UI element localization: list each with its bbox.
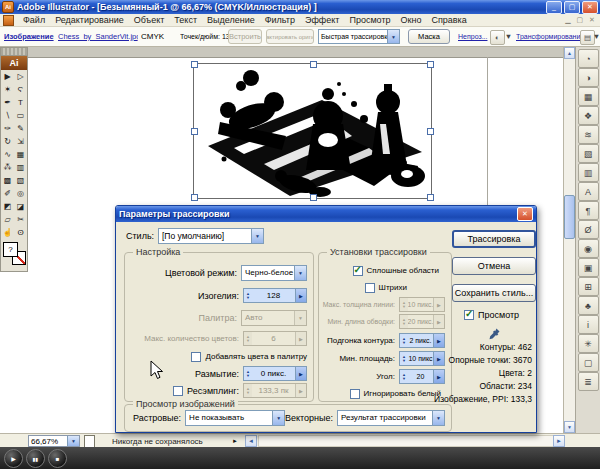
selection-handle[interactable] xyxy=(427,128,434,135)
ignore-white-checkbox[interactable] xyxy=(350,389,360,399)
magic-wand-tool[interactable]: ✶ xyxy=(1,83,14,96)
pen-tool[interactable]: ✒ xyxy=(1,96,14,109)
symbol-sprayer-tool[interactable]: ⁂ xyxy=(1,161,14,174)
trace-preset-combo[interactable]: Быстрая трассировка ▼ xyxy=(318,29,400,44)
slider-arrow-icon[interactable]: ▶ xyxy=(295,289,306,302)
trace-button[interactable]: Трассировка xyxy=(452,230,536,248)
direct-selection-tool[interactable]: ▷ xyxy=(14,70,27,83)
symbols-panel-icon[interactable]: ♣ xyxy=(578,296,599,315)
scroll-left-icon[interactable]: ◄ xyxy=(245,435,257,447)
swatches-panel-icon[interactable]: ▦ xyxy=(578,87,599,106)
menu-item[interactable]: Просмотр xyxy=(344,15,395,25)
free-transform-tool[interactable]: ▦ xyxy=(14,148,27,161)
warp-tool[interactable]: ∿ xyxy=(1,148,14,161)
stop-button[interactable]: ■ xyxy=(48,449,67,468)
opacity-icon[interactable]: ◐ xyxy=(490,30,505,45)
object-type-label[interactable]: Изображение xyxy=(4,27,56,46)
chevron-down-icon[interactable]: ▼ xyxy=(593,27,600,46)
type-tool[interactable]: T xyxy=(14,96,27,109)
strokes-checkbox[interactable] xyxy=(365,283,375,293)
vector-view-combo[interactable]: Результат трассировки ▼ xyxy=(337,410,445,426)
opacity-link[interactable]: Непроз... xyxy=(458,27,488,46)
rectangle-tool[interactable]: ▭ xyxy=(14,109,27,122)
zoom-level-combo[interactable]: 66,67% ▼ xyxy=(28,435,80,447)
gradient-tool[interactable]: ▧ xyxy=(14,174,27,187)
menu-item[interactable]: Текст xyxy=(169,15,202,25)
menu-item[interactable]: Справка xyxy=(426,15,471,25)
vertical-scrollbar[interactable]: ▲ ▼ xyxy=(563,47,575,433)
raster-view-combo[interactable]: Не показывать ▼ xyxy=(185,410,285,426)
selection-handle[interactable] xyxy=(427,61,434,68)
paintbrush-tool[interactable]: ✑ xyxy=(1,122,14,135)
paragraph-panel-icon[interactable]: ¶ xyxy=(578,201,599,220)
live-paint-bucket-tool[interactable]: ◩ xyxy=(1,200,14,213)
menu-item[interactable]: Окно xyxy=(396,15,427,25)
chevron-down-icon[interactable]: ▼ xyxy=(387,30,399,43)
color-panel-icon[interactable]: ◑ xyxy=(578,68,599,87)
chevron-down-icon[interactable]: ▼ xyxy=(272,411,284,425)
line-tool[interactable]: ∖ xyxy=(1,109,14,122)
stroke-panel-icon[interactable]: ≋ xyxy=(578,125,599,144)
resample-checkbox[interactable] xyxy=(173,386,183,396)
scrollbar-thumb[interactable] xyxy=(564,195,575,239)
selection-handle[interactable] xyxy=(427,194,434,201)
selection-handle[interactable] xyxy=(191,61,198,68)
transparency-panel-icon[interactable]: ▥ xyxy=(578,163,599,182)
threshold-spinner[interactable]: ▲▼ 128 ▶ xyxy=(243,288,307,303)
fill-swatch[interactable]: ? xyxy=(3,242,18,257)
hand-tool[interactable]: ☝ xyxy=(1,226,14,239)
chevron-down-icon[interactable]: ▼ xyxy=(504,27,513,46)
filename-link[interactable]: Chess_by_SanderVit.jpg xyxy=(58,27,138,46)
artboard-panel-icon[interactable]: ▢ xyxy=(578,353,599,372)
mask-button[interactable]: Маска xyxy=(408,29,450,44)
close-button[interactable]: ✕ xyxy=(582,1,598,14)
document-window-buttons[interactable]: ▁ ▢ ✕ xyxy=(565,16,597,24)
menu-item[interactable]: Объект xyxy=(129,15,170,25)
horizontal-scrollbar[interactable] xyxy=(258,435,554,447)
save-preset-button[interactable]: Сохранить стиль... xyxy=(452,284,536,302)
appearance-panel-icon[interactable]: ◉ xyxy=(578,239,599,258)
eyedropper-tool[interactable]: ✐ xyxy=(1,187,14,200)
menu-item[interactable]: Эффект xyxy=(300,15,344,25)
selection-handle[interactable] xyxy=(310,61,317,68)
blur-spinner[interactable]: ▲▼ 0 пикс. ▶ xyxy=(243,366,307,381)
chevron-down-icon[interactable]: ▼ xyxy=(67,436,79,446)
restore-button[interactable]: ▢ xyxy=(564,1,580,14)
menu-item[interactable]: Выделение xyxy=(202,15,260,25)
eraser-tool[interactable]: ▱ xyxy=(1,213,14,226)
color-mode-combo[interactable]: Черно-белое ▼ xyxy=(241,265,307,281)
brushes-panel-icon[interactable]: ❖ xyxy=(578,106,599,125)
edit-original-button[interactable]: Редактировать оригинал xyxy=(266,29,314,44)
menu-item[interactable]: Редактирование xyxy=(50,15,129,25)
scroll-right-icon[interactable]: ► xyxy=(553,435,565,447)
chevron-down-icon[interactable]: ▼ xyxy=(251,229,263,243)
selection-tool[interactable]: ▶ xyxy=(1,70,14,83)
zoom-tool[interactable]: ʘ xyxy=(14,226,27,239)
gradient-panel-icon[interactable]: ▧ xyxy=(578,144,599,163)
pause-button[interactable]: ▮▮ xyxy=(26,449,45,468)
lasso-tool[interactable]: Ϛ xyxy=(14,83,27,96)
play-button[interactable]: ▶ xyxy=(4,449,23,468)
fills-checkbox[interactable] xyxy=(353,266,363,276)
rotate-tool[interactable]: ↻ xyxy=(1,135,14,148)
opentype-panel-icon[interactable]: Ø xyxy=(578,220,599,239)
graphic-styles-panel-icon[interactable]: ▣ xyxy=(578,258,599,277)
dialog-close-icon[interactable]: ✕ xyxy=(517,207,533,221)
selection-handle[interactable] xyxy=(191,194,198,201)
blend-tool[interactable]: ◎ xyxy=(14,187,27,200)
mesh-tool[interactable]: ▩ xyxy=(1,174,14,187)
selection-handle[interactable] xyxy=(191,128,198,135)
traced-image-object[interactable] xyxy=(193,63,432,199)
minimize-button[interactable]: _ xyxy=(546,1,562,14)
embed-button[interactable]: Встроить xyxy=(228,29,262,44)
scale-tool[interactable]: ⇲ xyxy=(14,135,27,148)
scissors-tool[interactable]: ✂ xyxy=(14,213,27,226)
actions-panel-icon[interactable]: ≣ xyxy=(578,372,599,391)
layers-panel-icon[interactable]: ⊞ xyxy=(578,277,599,296)
chevron-down-icon[interactable]: ▼ xyxy=(294,266,306,280)
transform-link[interactable]: Трансформирование xyxy=(516,27,580,46)
pencil-tool[interactable]: ✎ xyxy=(14,122,27,135)
live-paint-selection-tool[interactable]: ◪ xyxy=(14,200,27,213)
cancel-button[interactable]: Отмена xyxy=(452,257,536,275)
toolbox-grip[interactable] xyxy=(1,48,27,56)
